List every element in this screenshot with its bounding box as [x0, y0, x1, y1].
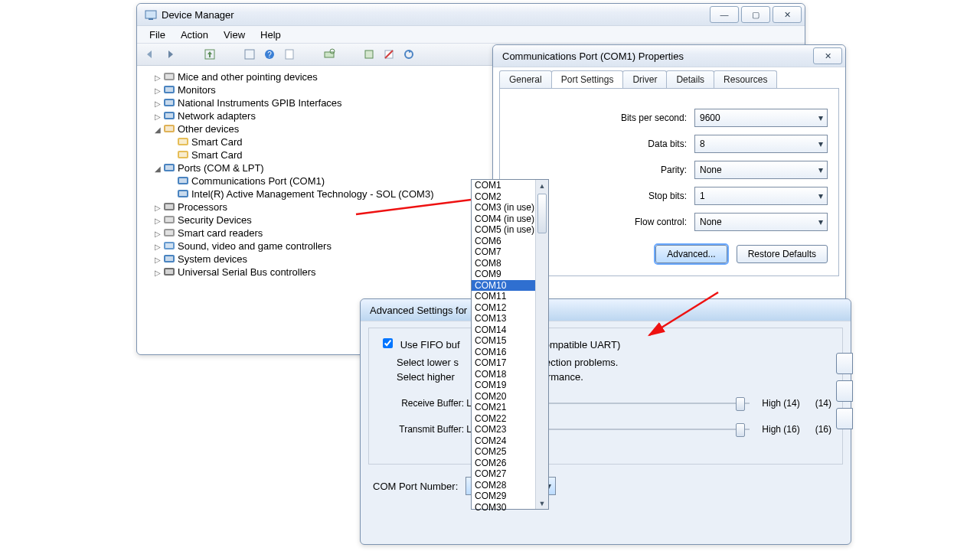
- tree-label: Other devices: [178, 123, 239, 135]
- tree-label: Security Devices: [178, 214, 252, 226]
- expand-icon[interactable]: ▷: [154, 230, 162, 238]
- com-port-number-label: COM Port Number:: [373, 481, 458, 492]
- expand-icon[interactable]: ▷: [154, 99, 162, 108]
- com-port-dropdown-list[interactable]: COM1COM2COM3 (in use)COM4 (in use)COM5 (…: [471, 179, 549, 510]
- close-button[interactable]: ✕: [773, 6, 802, 23]
- fifo-label: Use FIFO buf: [400, 339, 460, 350]
- tree-label: Network adapters: [178, 110, 256, 122]
- lower-hint: Select lower s: [397, 357, 459, 368]
- menu-action[interactable]: Action: [173, 28, 216, 42]
- menu-file[interactable]: File: [142, 28, 173, 42]
- svg-rect-1: [149, 18, 153, 20]
- back-icon[interactable]: [142, 46, 158, 63]
- parity-dropdown[interactable]: None: [694, 161, 828, 179]
- tab-general[interactable]: General: [499, 70, 552, 88]
- tree-label: Ports (COM & LPT): [178, 162, 264, 174]
- tab-port-settings[interactable]: Port Settings: [551, 70, 624, 88]
- svg-rect-22: [165, 126, 173, 131]
- stopbits-dropdown[interactable]: 1: [694, 187, 828, 205]
- cancel-button-partial[interactable]: [836, 380, 853, 402]
- dropdown-scrollbar[interactable]: ▲ ▼: [535, 180, 548, 509]
- expand-icon[interactable]: [168, 178, 175, 186]
- stopbits-label: Stop bits:: [648, 191, 687, 201]
- monitor-icon: [163, 84, 175, 95]
- tree-label: Intel(R) Active Management Technology - …: [191, 188, 433, 200]
- expand-icon[interactable]: ▷: [154, 217, 162, 225]
- svg-rect-18: [165, 100, 173, 105]
- flow-label: Flow control:: [635, 217, 687, 227]
- flow-dropdown[interactable]: None: [694, 213, 828, 231]
- svg-text:?: ?: [267, 51, 272, 59]
- ok-button-partial[interactable]: [836, 353, 853, 374]
- expand-icon[interactable]: ▷: [154, 112, 162, 121]
- tree-label: Monitors: [178, 84, 216, 96]
- defaults-button-partial[interactable]: [836, 408, 853, 429]
- sound-icon: [163, 240, 175, 251]
- advanced-button[interactable]: Advanced...: [655, 245, 727, 263]
- properties-titlebar[interactable]: Communications Port (COM1) Properties ✕: [493, 45, 845, 67]
- scroll-up-icon[interactable]: ▲: [536, 180, 548, 191]
- titlebar[interactable]: Device Manager — ▢ ✕: [137, 4, 805, 26]
- svg-rect-7: [325, 52, 334, 57]
- port-icon: [177, 188, 189, 199]
- advanced-settings-window: Advanced Settings for Use FIFO buf compa…: [360, 298, 851, 545]
- expand-icon[interactable]: ▷: [154, 73, 162, 82]
- fifo-checkbox[interactable]: [383, 338, 393, 348]
- help-icon[interactable]: ?: [261, 46, 278, 63]
- expand-icon[interactable]: ◢: [154, 165, 162, 173]
- expand-icon[interactable]: [168, 191, 175, 199]
- expand-icon[interactable]: [168, 139, 175, 147]
- properties-title: Communications Port (COM1) Properties: [496, 51, 811, 62]
- minimize-button[interactable]: —: [710, 6, 739, 23]
- menu-view[interactable]: View: [216, 28, 253, 42]
- tree-label: Sound, video and game controllers: [178, 240, 332, 252]
- expand-icon[interactable]: ▷: [154, 243, 162, 251]
- device-manager-icon: [145, 8, 157, 21]
- expand-icon[interactable]: ◢: [154, 126, 162, 134]
- properties-close-button[interactable]: ✕: [813, 47, 842, 64]
- enable-icon[interactable]: [361, 46, 377, 63]
- up-icon[interactable]: [201, 46, 218, 63]
- svg-rect-36: [165, 217, 173, 222]
- sys-icon: [163, 253, 175, 264]
- bps-label: Bits per second:: [621, 112, 687, 123]
- tab-resources[interactable]: Resources: [714, 70, 777, 88]
- svg-rect-32: [179, 191, 187, 196]
- menu-bar: File Action View Help: [137, 26, 805, 44]
- advanced-title: Advanced Settings for: [364, 305, 848, 316]
- transmit-buffer-label: Transmit Buffer: L: [380, 424, 472, 435]
- svg-rect-16: [165, 87, 173, 92]
- expand-icon[interactable]: ▷: [154, 86, 162, 95]
- scrollbar-thumb[interactable]: [537, 194, 547, 233]
- svg-rect-38: [165, 230, 173, 235]
- forward-icon[interactable]: [162, 46, 178, 63]
- svg-rect-0: [145, 11, 156, 18]
- disable-icon[interactable]: [381, 46, 397, 63]
- tab-details[interactable]: Details: [666, 70, 714, 88]
- tree-label: Mice and other pointing devices: [178, 71, 318, 83]
- expand-icon[interactable]: ▷: [154, 269, 162, 277]
- sec-icon: [163, 214, 175, 225]
- receive-high-label: High (14): [762, 398, 799, 409]
- restore-defaults-button[interactable]: Restore Defaults: [737, 245, 828, 263]
- expand-icon[interactable]: [168, 152, 175, 160]
- scroll-down-icon[interactable]: ▼: [536, 497, 548, 509]
- expand-icon[interactable]: ▷: [154, 256, 162, 264]
- transmit-high-label: High (16): [762, 424, 799, 435]
- update-icon[interactable]: [400, 46, 417, 63]
- advanced-titlebar[interactable]: Advanced Settings for: [361, 299, 851, 321]
- reader-icon: [163, 227, 175, 238]
- parity-label: Parity:: [661, 165, 687, 175]
- databits-label: Data bits:: [648, 139, 687, 149]
- sheet-icon[interactable]: [281, 46, 298, 63]
- databits-dropdown[interactable]: 8: [694, 135, 828, 153]
- expand-icon[interactable]: ▷: [154, 204, 162, 212]
- scan-icon[interactable]: [321, 46, 338, 63]
- properties-icon[interactable]: [241, 46, 258, 63]
- tab-driver[interactable]: Driver: [622, 70, 667, 88]
- menu-help[interactable]: Help: [253, 28, 289, 42]
- warn-icon: [177, 136, 189, 147]
- bps-dropdown[interactable]: 9600: [694, 109, 828, 127]
- maximize-button[interactable]: ▢: [741, 6, 770, 23]
- svg-rect-42: [165, 256, 173, 261]
